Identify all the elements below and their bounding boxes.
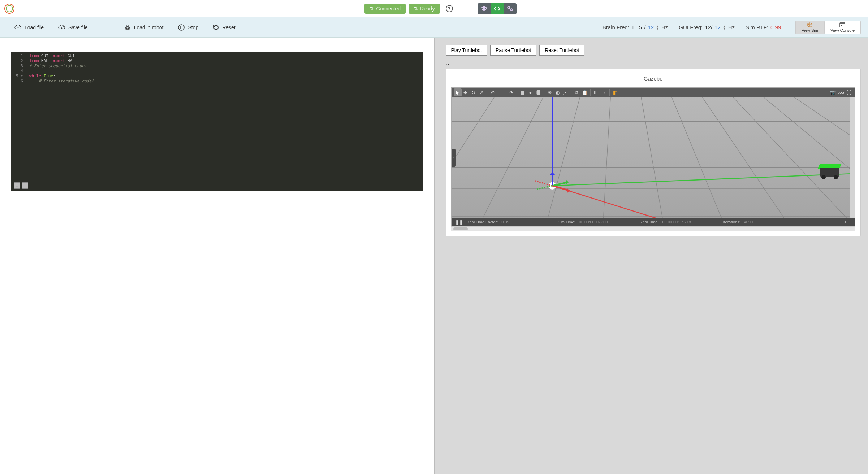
align-icon[interactable]: ⊫ <box>592 88 600 96</box>
copy-icon[interactable]: ⧉ <box>573 88 581 96</box>
gazebo-status-bar: ❚❚ Real Time Factor: 0.99 Sim Time: 00 0… <box>452 218 855 226</box>
gazebo-scrollbar-vertical[interactable] <box>850 97 855 218</box>
editor-zoom-in[interactable]: + <box>22 182 28 189</box>
brain-freq-stepper[interactable]: ▲▼ <box>656 25 659 30</box>
cylinder-shape-icon[interactable] <box>535 88 543 96</box>
load-robot-button[interactable]: Load in robot <box>117 22 171 33</box>
sync-icon: ⇅ <box>414 6 418 12</box>
gui-freq-target[interactable]: 12 <box>714 24 721 30</box>
view-tabs: View Sim View Console <box>795 21 861 34</box>
cube-icon <box>807 22 813 27</box>
gui-freq-stepper[interactable]: ▲▼ <box>723 25 726 30</box>
undo-icon[interactable]: ↶ <box>489 88 497 96</box>
view-console-tab[interactable]: View Console <box>824 21 861 34</box>
code-editor[interactable]: 1 2 3 4 5 ▾ 6 from GUI import GUI from H… <box>11 52 423 191</box>
resize-dots[interactable]: .. <box>446 60 861 66</box>
svg-point-1 <box>510 9 513 11</box>
connected-label: Connected <box>376 6 401 12</box>
log-icon[interactable]: LOG <box>837 88 845 96</box>
snap-icon[interactable]: ∩ <box>600 88 608 96</box>
view-console-label: View Console <box>830 28 855 32</box>
fullscreen-icon[interactable]: ⛶ <box>845 88 853 96</box>
line-number: 6 <box>16 79 23 84</box>
gui-freq-label: GUI Freq: <box>679 24 703 30</box>
line-number: 4 <box>16 69 23 74</box>
gz-rtf-value: 0.99 <box>501 220 509 224</box>
mode-blocks[interactable] <box>504 3 517 14</box>
main-split: 1 2 3 4 5 ▾ 6 from GUI import GUI from H… <box>0 38 868 474</box>
editor-zoom-controls: - + <box>14 182 28 189</box>
gazebo-pause-icon[interactable]: ❚❚ <box>455 219 463 225</box>
turtlebot-controls: Play Turtlebot Pause Turtlebot Reset Tur… <box>446 45 861 56</box>
stop-button[interactable]: Stop <box>170 22 206 33</box>
ready-status[interactable]: ⇅ Ready <box>409 4 440 14</box>
line-number: 3 <box>16 64 23 69</box>
rotate-tool-icon[interactable]: ↻ <box>470 88 478 96</box>
box-shape-icon[interactable] <box>519 88 527 96</box>
editor-ruler <box>160 52 160 191</box>
stop-label: Stop <box>188 25 198 30</box>
brain-freq-sep: / <box>644 24 645 30</box>
editor-zoom-out[interactable]: - <box>14 182 20 189</box>
ready-label: Ready <box>420 6 435 12</box>
line-number: 5 ▾ <box>16 74 23 79</box>
svg-point-5 <box>128 28 129 29</box>
gazebo-toolbar: ✥ ↻ ⤢ ↶ ↷ ● ☀ ◐ ⋰ ⧉ 📋 <box>452 88 855 97</box>
paste-icon[interactable]: 📋 <box>581 88 589 96</box>
help-icon[interactable]: ? <box>446 5 453 12</box>
sim-pane: Play Turtlebot Pause Turtlebot Reset Tur… <box>434 38 868 474</box>
gz-realtime-value: 00 00:00:17.718 <box>662 220 691 224</box>
light-spot-icon[interactable]: ◐ <box>554 88 562 96</box>
turtlebot-model[interactable] <box>819 164 841 177</box>
sphere-shape-icon[interactable]: ● <box>527 88 535 96</box>
reset-turtlebot-button[interactable]: Reset Turtlebot <box>539 45 584 56</box>
load-file-button[interactable]: Load file <box>7 22 51 32</box>
gazebo-side-panel-toggle[interactable]: ▸ <box>452 149 456 167</box>
gui-freq-group: GUI Freq: 12/ 12 ▲▼ Hz <box>679 24 735 30</box>
rtf-label: Sim RTF: <box>746 24 768 30</box>
rtf-value: 0.99 <box>770 24 781 30</box>
cloud-download-icon <box>58 25 65 30</box>
save-file-button[interactable]: Save file <box>51 22 95 32</box>
gazebo-viewport[interactable]: ✥ ↻ ⤢ ↶ ↷ ● ☀ ◐ ⋰ ⧉ 📋 <box>451 87 856 226</box>
load-file-label: Load file <box>25 25 44 30</box>
sync-icon: ⇅ <box>370 6 374 12</box>
screenshot-icon[interactable]: 📷 <box>829 88 837 96</box>
mode-teacher[interactable] <box>478 3 491 14</box>
line-number: 1 <box>16 53 23 58</box>
brain-freq-target[interactable]: 12 <box>648 24 654 30</box>
svg-rect-8 <box>521 91 524 95</box>
svg-point-2 <box>127 25 128 26</box>
move-tool-icon[interactable]: ✥ <box>462 88 470 96</box>
console-icon <box>839 22 845 27</box>
code-area[interactable]: from GUI import GUI from HAL import HAL … <box>26 52 423 191</box>
mode-switcher <box>478 3 517 14</box>
view-sim-tab[interactable]: View Sim <box>795 21 824 34</box>
gazebo-scrollbar-horizontal[interactable] <box>451 226 856 231</box>
gazebo-scene[interactable]: ▸ <box>452 97 855 218</box>
svg-point-6 <box>178 25 184 30</box>
svg-point-4 <box>126 28 127 29</box>
select-tool-icon[interactable] <box>454 88 462 96</box>
action-bar: Load file Save file Load in robot Stop R… <box>0 17 868 38</box>
brain-freq-group: Brain Freq: 11.5 / 12 ▲▼ Hz <box>603 24 668 30</box>
gz-iter-label: Iterations: <box>723 220 740 224</box>
gz-iter-value: 4090 <box>744 220 753 224</box>
editor-gutter: 1 2 3 4 5 ▾ 6 <box>11 52 26 191</box>
scale-tool-icon[interactable]: ⤢ <box>478 88 485 96</box>
svg-rect-12 <box>452 97 855 218</box>
light-directional-icon[interactable]: ⋰ <box>562 88 570 96</box>
rtf-group: Sim RTF: 0.99 <box>746 24 781 30</box>
connected-status[interactable]: ⇅ Connected <box>364 4 406 14</box>
view-angle-icon[interactable]: ◧ <box>611 88 619 96</box>
light-point-icon[interactable]: ☀ <box>546 88 554 96</box>
play-turtlebot-button[interactable]: Play Turtlebot <box>446 45 488 56</box>
mode-code[interactable] <box>491 3 504 14</box>
gui-freq-unit: Hz <box>728 24 735 30</box>
editor-pane: 1 2 3 4 5 ▾ 6 from GUI import GUI from H… <box>0 38 434 474</box>
reset-button[interactable]: Reset <box>206 22 243 33</box>
link-icon <box>507 6 513 11</box>
pause-turtlebot-button[interactable]: Pause Turtlebot <box>490 45 536 56</box>
gazebo-panel: Gazebo ✥ ↻ ⤢ ↶ ↷ ● ☀ <box>446 69 861 236</box>
redo-icon[interactable]: ↷ <box>508 88 515 96</box>
